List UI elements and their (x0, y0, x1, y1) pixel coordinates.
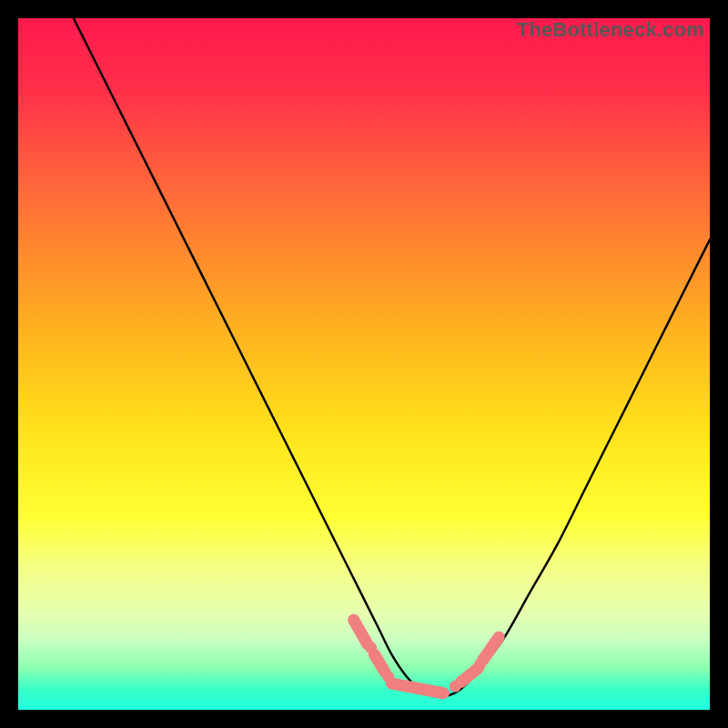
marker-dot (382, 671, 394, 682)
marker-dot (365, 642, 377, 653)
chart-frame: TheBottleneck.com (18, 18, 710, 710)
marker-dot (450, 681, 461, 693)
marker-dot (474, 658, 486, 670)
chart-canvas (18, 18, 710, 710)
watermark-text: TheBottleneck.com (517, 18, 704, 42)
gradient-background (18, 18, 710, 710)
